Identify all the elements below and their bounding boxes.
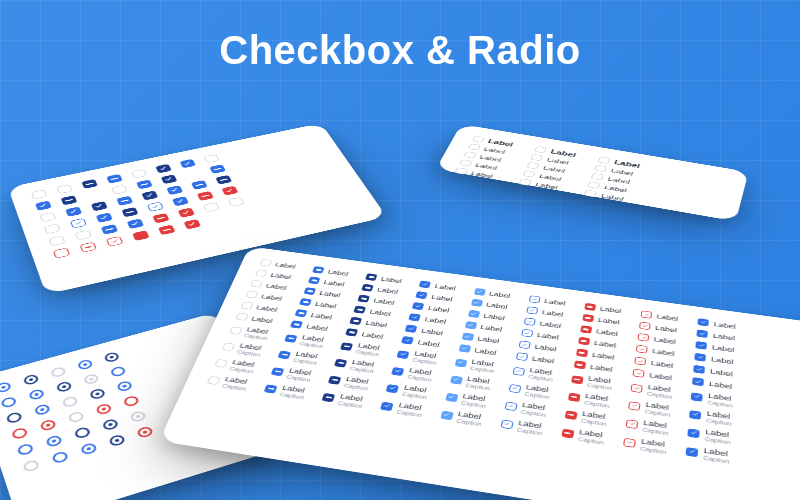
checkbox-with-label[interactable]: Label [576,348,617,361]
checkbox-fill-red-check[interactable] [178,208,195,218]
checkbox-outline-default-empty[interactable] [48,235,65,246]
radio-navy-off[interactable] [6,411,23,424]
checkbox-outline-default-empty[interactable] [472,136,485,143]
checkbox-fill-blue-dash[interactable] [264,384,278,393]
checkbox-with-label[interactable]: LabelCaption [321,390,366,409]
checkbox-fill-blue-check[interactable] [687,428,699,438]
checkbox-with-label[interactable]: LabelCaption [454,356,497,374]
checkbox-fill-navy-dash[interactable] [322,393,336,402]
checkbox-with-label[interactable]: Label [409,313,449,325]
checkbox-with-label[interactable]: Label [245,291,285,303]
radio-grey-off[interactable] [50,366,67,378]
checkbox-with-label[interactable]: Label [308,276,347,288]
checkbox-fill-red-dash[interactable] [568,392,581,401]
checkbox-outline-default-empty[interactable] [203,154,220,163]
radio-navy-on[interactable] [103,351,120,363]
checkbox-with-label[interactable]: Label [528,295,568,307]
checkbox-with-label[interactable]: LabelCaption [206,373,251,391]
checkbox-with-label[interactable]: Label [401,336,442,349]
checkbox-with-label[interactable]: Label [419,280,458,292]
radio-navy-on[interactable] [102,418,120,431]
checkbox-with-label[interactable]: LabelCaption [623,435,668,455]
checkbox-with-label[interactable]: LabelCaption [221,340,265,357]
checkbox-fill-blue-dash[interactable] [136,180,153,190]
checkbox-with-label[interactable]: Label [698,318,738,330]
checkbox-outline-red-check[interactable] [628,401,640,411]
checkbox-with-label[interactable]: LabelCaption [567,390,611,409]
checkbox-outline-default-empty[interactable] [222,342,236,351]
checkbox-with-label[interactable]: LabelCaption [339,340,382,357]
checkbox-fill-blue-check[interactable] [386,384,399,393]
checkbox-outline-blue-check[interactable] [70,218,87,228]
checkbox-with-label[interactable]: LabelCaption [449,373,493,391]
checkbox-fill-navy-check[interactable] [161,174,178,184]
checkbox-with-label[interactable]: Label [580,325,621,338]
checkbox-outline-default-empty[interactable] [255,269,268,277]
checkbox-with-label[interactable]: LabelCaption [512,364,555,382]
checkbox-outline-red-check[interactable] [106,236,124,247]
checkbox-with-label[interactable]: Label [516,352,557,365]
checkbox-outline-red-check[interactable] [637,333,649,342]
checkbox-outline-default-empty[interactable] [31,190,47,200]
checkbox-fill-red-check[interactable] [184,219,202,229]
checkbox-outline-default-empty[interactable] [527,162,540,169]
checkbox-fill-blue-dash[interactable] [299,298,312,306]
checkbox-with-label[interactable]: Label [518,340,559,353]
checkbox-with-label[interactable]: LabelCaption [628,398,671,417]
checkbox-fill-navy-dash[interactable] [340,342,353,351]
checkbox-fill-blue-check[interactable] [686,447,699,457]
checkbox-fill-navy-check[interactable] [141,190,158,200]
checkbox-fill-lblue-check[interactable] [461,332,474,341]
checkbox-outline-default-empty[interactable] [245,291,258,299]
checkbox-fill-blue-check[interactable] [694,353,706,362]
checkbox-fill-blue-dash[interactable] [278,350,292,359]
checkbox-fill-red-dash[interactable] [578,337,590,346]
checkbox-outline-red-check[interactable] [630,383,642,392]
checkbox-fill-navy-dash[interactable] [215,175,232,185]
radio-blue-on[interactable] [28,388,45,401]
checkbox-outline-default-empty[interactable] [519,178,532,186]
checkbox-with-label[interactable]: Label [467,310,507,322]
checkbox-with-label[interactable]: Label [458,344,499,357]
checkbox-fill-blue-check[interactable] [179,159,196,168]
checkbox-outline-default-empty[interactable] [459,159,472,166]
radio-blue-on[interactable] [45,434,63,448]
checkbox-outline-default-empty[interactable] [463,151,476,158]
checkbox-fill-blue-check[interactable] [381,401,395,411]
checkbox-outline-default-empty[interactable] [594,165,607,172]
checkbox-with-label[interactable]: Label [260,259,299,270]
checkbox-outline-red-check[interactable] [641,310,653,318]
checkbox-fill-blue-dash[interactable] [308,276,321,284]
checkbox-with-label[interactable]: Label [694,353,735,366]
checkbox-with-label[interactable]: Label [693,365,735,378]
checkbox-with-label[interactable]: Label [235,313,276,325]
checkbox-outline-red-check[interactable] [636,345,648,354]
checkbox-with-label[interactable]: Label [582,314,622,326]
checkbox-with-label[interactable]: Label [240,301,280,313]
checkbox-fill-navy-dash[interactable] [61,195,78,205]
checkbox-with-label[interactable]: Label [290,320,331,332]
radio-navy-on[interactable] [89,388,106,401]
checkbox-outline-blue-check[interactable] [528,295,540,303]
checkbox-with-label[interactable]: LabelCaption [508,381,552,400]
checkbox-fill-lblue-check[interactable] [445,392,458,401]
checkbox-with-label[interactable]: Label [295,309,335,321]
checkbox-with-label[interactable]: LabelCaption [283,332,326,349]
checkbox-outline-default-empty[interactable] [131,169,148,179]
checkbox-outline-default-empty[interactable] [250,280,263,288]
checkbox-outline-red-check[interactable] [626,419,639,429]
checkbox-with-label[interactable]: Label [473,288,513,300]
checkbox-outline-default-empty[interactable] [240,301,253,309]
checkbox-outline-default-empty[interactable] [203,202,220,212]
radio-blue-on[interactable] [116,380,133,392]
radio-blue-on[interactable] [34,403,51,416]
checkbox-fill-blue-check[interactable] [392,367,405,376]
checkbox-fill-red-dash[interactable] [158,225,176,236]
checkbox-fill-blue-dash[interactable] [106,174,123,184]
checkbox-fill-navy-dash[interactable] [349,317,362,325]
checkbox-outline-blue-check[interactable] [516,352,529,361]
radio-red-off[interactable] [122,395,140,408]
checkbox-with-label[interactable]: Label [692,377,734,391]
radio-red-on[interactable] [136,425,154,438]
checkbox-with-label[interactable]: LabelCaption [391,364,435,382]
